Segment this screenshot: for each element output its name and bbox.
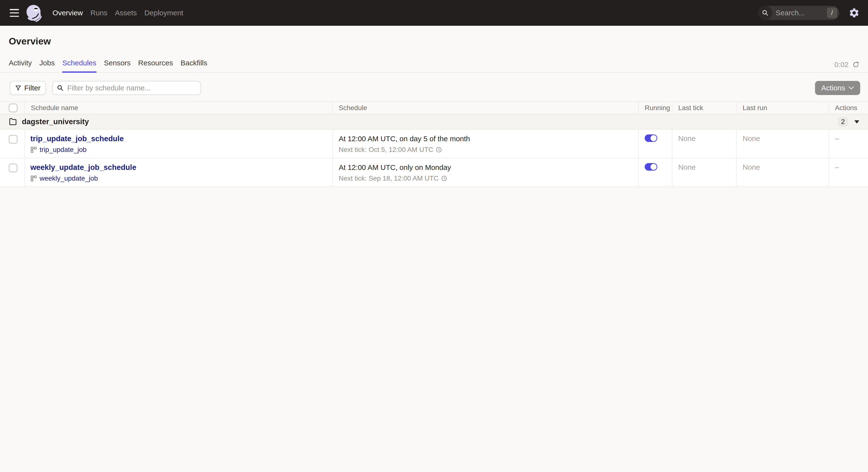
row-actions-value: – bbox=[829, 130, 868, 158]
settings-gear-icon[interactable] bbox=[848, 7, 860, 19]
folder-icon bbox=[9, 118, 17, 125]
page-title: Overview bbox=[9, 36, 868, 47]
top-navbar: Overview Runs Assets Deployment Search..… bbox=[0, 0, 868, 26]
filter-button[interactable]: Filter bbox=[10, 81, 46, 95]
overview-tabs: Activity Jobs Schedules Sensors Resource… bbox=[0, 59, 868, 73]
group-count-badge: 2 bbox=[838, 117, 848, 127]
slash-shortcut-badge: / bbox=[827, 7, 837, 18]
job-graph-icon bbox=[30, 147, 37, 153]
chevron-down-icon bbox=[848, 86, 854, 90]
row-checkbox[interactable] bbox=[9, 164, 18, 172]
menu-icon[interactable] bbox=[10, 9, 19, 17]
nav-links: Overview Runs Assets Deployment bbox=[53, 9, 183, 17]
next-tick-text: Next tick: Oct 5, 12:00 AM UTC bbox=[339, 146, 433, 154]
actions-button-label: Actions bbox=[822, 84, 845, 92]
header-actions: Actions bbox=[829, 102, 868, 114]
header-last-run: Last run bbox=[737, 102, 829, 114]
job-link[interactable]: weekly_update_job bbox=[40, 175, 98, 182]
search-icon bbox=[57, 84, 64, 93]
cron-description: At 12:00 AM UTC, only on Monday bbox=[339, 163, 638, 172]
nav-item-overview[interactable]: Overview bbox=[53, 9, 83, 17]
refresh-countdown: 0:02 bbox=[834, 61, 848, 69]
clock-icon bbox=[441, 175, 447, 182]
running-toggle[interactable] bbox=[645, 163, 657, 170]
nav-item-assets[interactable]: Assets bbox=[115, 9, 137, 17]
schedules-table: Schedule name Schedule Running Last tick… bbox=[0, 101, 868, 187]
clock-icon bbox=[436, 147, 442, 153]
tab-activity[interactable]: Activity bbox=[9, 59, 32, 72]
dagster-logo bbox=[25, 4, 43, 22]
table-row: trip_update_job_schedule trip_update_job… bbox=[0, 130, 868, 158]
tab-schedules[interactable]: Schedules bbox=[62, 59, 96, 72]
row-actions-value: – bbox=[829, 158, 868, 186]
global-search[interactable]: Search... / bbox=[758, 6, 839, 20]
header-schedule: Schedule bbox=[333, 102, 639, 114]
tab-backfills[interactable]: Backfills bbox=[181, 59, 207, 72]
tab-jobs[interactable]: Jobs bbox=[39, 59, 55, 72]
last-run-value: None bbox=[737, 158, 829, 186]
schedules-toolbar: Filter Actions bbox=[0, 81, 868, 95]
last-run-value: None bbox=[737, 130, 829, 158]
row-checkbox[interactable] bbox=[9, 135, 18, 144]
table-header-row: Schedule name Schedule Running Last tick… bbox=[0, 102, 868, 115]
cron-description: At 12:00 AM UTC, on day 5 of the month bbox=[339, 134, 638, 143]
repo-group-name: dagster_university bbox=[22, 117, 89, 126]
header-running: Running bbox=[639, 102, 672, 114]
refresh-timer: 0:02 bbox=[834, 61, 860, 69]
schedule-name-link[interactable]: weekly_update_job_schedule bbox=[30, 163, 136, 172]
collapse-caret-icon[interactable] bbox=[855, 120, 859, 123]
last-tick-value: None bbox=[672, 158, 737, 186]
global-search-placeholder: Search... bbox=[776, 9, 805, 17]
header-last-tick: Last tick bbox=[672, 102, 737, 114]
tab-resources[interactable]: Resources bbox=[138, 59, 173, 72]
last-tick-value: None bbox=[672, 130, 737, 158]
table-row: weekly_update_job_schedule weekly_update… bbox=[0, 158, 868, 187]
filter-icon bbox=[15, 85, 21, 91]
actions-button[interactable]: Actions bbox=[815, 81, 860, 95]
running-toggle[interactable] bbox=[645, 134, 657, 142]
job-link[interactable]: trip_update_job bbox=[40, 146, 87, 154]
schedule-filter-input[interactable] bbox=[52, 81, 201, 95]
repo-group-row[interactable]: dagster_university 2 bbox=[0, 115, 868, 130]
next-tick-text: Next tick: Sep 18, 12:00 AM UTC bbox=[339, 175, 439, 182]
schedule-name-link[interactable]: trip_update_job_schedule bbox=[30, 134, 124, 143]
select-all-checkbox[interactable] bbox=[9, 103, 18, 112]
job-graph-icon bbox=[30, 175, 37, 182]
nav-item-deployment[interactable]: Deployment bbox=[144, 9, 183, 17]
refresh-icon[interactable] bbox=[852, 61, 860, 68]
search-icon bbox=[758, 6, 772, 20]
tab-sensors[interactable]: Sensors bbox=[104, 59, 131, 72]
nav-item-runs[interactable]: Runs bbox=[90, 9, 107, 17]
header-schedule-name: Schedule name bbox=[25, 102, 333, 114]
filter-button-label: Filter bbox=[24, 84, 40, 92]
